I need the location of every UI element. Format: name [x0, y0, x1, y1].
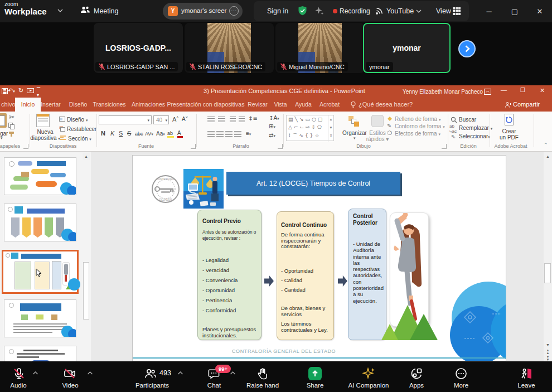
font-color-button[interactable]: A — [177, 130, 183, 138]
tab-inicio-active[interactable]: Inicio — [15, 98, 41, 112]
audio-options-chevron[interactable] — [32, 371, 38, 375]
reset-button[interactable]: Restablecer — [67, 126, 96, 132]
tell-me-box[interactable]: ¿Qué desea hacer? — [359, 101, 413, 108]
new-slide-icon[interactable] — [36, 114, 50, 127]
sign-in-button[interactable]: Sign in — [267, 7, 288, 15]
share-screen-icon[interactable] — [308, 367, 322, 380]
video-tile[interactable]: LOSRIOS-GADP... LOSRIOS-GADP SAN ... — [94, 23, 183, 73]
decrease-indent-button[interactable] — [230, 117, 236, 122]
quick-styles-button2[interactable]: rápidos ▾ — [366, 136, 389, 142]
compartir-button[interactable]: Compartir — [513, 101, 540, 108]
section-button[interactable]: Sección ▾ — [68, 135, 91, 142]
increase-indent-button[interactable] — [239, 117, 245, 122]
columns-button[interactable]: ≡▾ — [246, 130, 251, 137]
cut-icon[interactable]: ✂ — [9, 113, 14, 121]
video-options-chevron[interactable] — [87, 371, 93, 375]
qat-customize-icon[interactable]: ▔▾ — [37, 88, 40, 98]
shapes-scrollbar[interactable]: ▲▼⊽ — [328, 115, 333, 142]
mic-muted-icon[interactable] — [12, 367, 26, 380]
camera-off-icon[interactable] — [63, 367, 76, 380]
participants-button[interactable]: Participants — [135, 382, 169, 389]
slideshow-icon[interactable] — [27, 88, 34, 94]
main-scrollbar[interactable]: ▲ ▼ ▲▲ ▼▼ — [544, 152, 552, 361]
shapes-gallery[interactable]: ▤╲↘▭○▢ △⌐⌙⇨⇩⬠ ⌇⌒∿{}☆ ▲▼⊽ — [286, 115, 334, 141]
video-tile[interactable]: Miguel Moreno/CNC — [275, 23, 365, 73]
ribbon-display-icon[interactable] — [484, 89, 491, 95]
create-pdf-button[interactable]: Crear — [502, 128, 516, 134]
strikethrough-button[interactable]: S — [127, 130, 131, 137]
chat-options-chevron[interactable] — [230, 371, 236, 375]
smartart-button[interactable]: ⇄▾ — [269, 132, 275, 138]
align-left-button[interactable] — [207, 131, 215, 137]
participants-options-chevron[interactable] — [177, 371, 183, 375]
ai-companion-button[interactable]: AI Companion — [348, 382, 389, 389]
leave-icon[interactable] — [520, 367, 533, 380]
change-case-button[interactable]: Aa▾ — [156, 130, 165, 137]
view-button[interactable]: View — [436, 7, 451, 15]
tab-ayuda[interactable]: Ayuda — [295, 101, 312, 108]
copy-icon[interactable] — [8, 123, 13, 128]
line-spacing-button[interactable]: ↕≡ — [248, 115, 258, 122]
slide-thumbnail-2[interactable] — [4, 204, 76, 241]
paragraph-dialog-launcher[interactable] — [278, 144, 283, 149]
clear-format-button[interactable]: abc — [135, 131, 143, 137]
ai-sparkle-icon[interactable] — [314, 6, 324, 16]
clipboard-dialog-launcher[interactable] — [23, 144, 28, 149]
slide-canvas[interactable]: CONTRALORIA ECUADOR S — [132, 155, 506, 361]
close-button[interactable]: ✕ — [531, 7, 548, 16]
tab-insertar[interactable]: Insertar — [41, 101, 61, 108]
slide-thumbnail-1[interactable] — [4, 157, 76, 195]
maximize-button[interactable]: ▢ — [506, 7, 523, 16]
find-button[interactable]: Buscar — [459, 117, 476, 123]
apps-button[interactable]: Apps — [409, 382, 424, 389]
shrink-font-button[interactable]: A˅ — [182, 115, 188, 122]
next-participants-button[interactable] — [458, 40, 476, 57]
align-right-button[interactable] — [225, 131, 233, 137]
redo-icon[interactable]: ↻ — [18, 87, 23, 94]
tab-revisar[interactable]: Revisar — [248, 101, 268, 108]
ai-companion-icon[interactable] — [362, 366, 376, 380]
align-center-button[interactable] — [216, 131, 224, 137]
raise-hand-button[interactable]: Raise hand — [246, 382, 279, 389]
arrange-button[interactable]: Organizar — [342, 130, 367, 136]
format-painter-icon[interactable] — [8, 131, 14, 137]
replace-button[interactable]: Reemplazar ▾ — [459, 125, 492, 131]
highlight-button[interactable]: ab — [167, 130, 174, 138]
prev-slide-button[interactable]: ▲▲ — [544, 349, 551, 355]
chat-button[interactable]: Chat — [207, 382, 221, 389]
tab-animaciones[interactable]: Animaciones — [132, 101, 165, 108]
scroll-down-arrow[interactable]: ▼ — [544, 341, 551, 349]
video-button[interactable]: Video — [62, 382, 78, 389]
select-button[interactable]: Seleccionar▾ — [459, 133, 490, 139]
collapse-ribbon-button[interactable]: ⌃ — [544, 142, 548, 148]
shape-fill-button[interactable]: Relleno de forma ▾ — [395, 116, 440, 122]
more-options-icon[interactable]: ··· — [229, 6, 239, 16]
drawing-dialog-launcher[interactable] — [442, 144, 447, 149]
chevron-down-icon[interactable] — [57, 9, 63, 13]
panel-scrollbar-thumb[interactable] — [83, 262, 89, 320]
new-slide-label2[interactable]: diapositiva ▾ — [30, 135, 60, 141]
numbering-button[interactable] — [218, 117, 225, 122]
tab-vista[interactable]: Vista — [274, 101, 287, 108]
align-text-button[interactable]: ⊞▾ — [269, 123, 275, 129]
create-pdf-button2[interactable]: un PDF — [500, 134, 519, 141]
paste-icon[interactable] — [0, 113, 7, 128]
bold-button[interactable]: N — [101, 130, 105, 137]
font-name-combo[interactable]: ▾ — [99, 115, 152, 124]
tab-presentacion[interactable]: Presentación con diapositivas — [167, 101, 245, 108]
new-slide-label[interactable]: Nueva — [37, 129, 54, 135]
justify-button[interactable] — [234, 131, 241, 137]
tab-archivo-partial[interactable]: chivo — [1, 101, 16, 108]
shape-effects-button[interactable]: Efectos de forma ▾ — [395, 130, 440, 137]
scroll-up-arrow[interactable]: ▲ — [544, 153, 551, 160]
save-icon[interactable] — [2, 88, 8, 94]
undo-icon[interactable]: ↶▾ — [8, 87, 15, 94]
participants-icon[interactable] — [144, 367, 157, 380]
font-size-combo[interactable]: 40▾ — [153, 115, 169, 124]
minimize-button[interactable]: ─ — [481, 7, 497, 16]
screen-share-pill[interactable]: Y ymonar's screer ··· — [163, 3, 243, 20]
video-tile[interactable]: STALIN ROSERO/CNC — [185, 23, 274, 73]
video-tile-active[interactable]: ymonar ymonar — [363, 23, 451, 73]
audio-button[interactable]: Audio — [10, 382, 26, 389]
ppt-close-button[interactable]: ✕ — [540, 87, 545, 94]
